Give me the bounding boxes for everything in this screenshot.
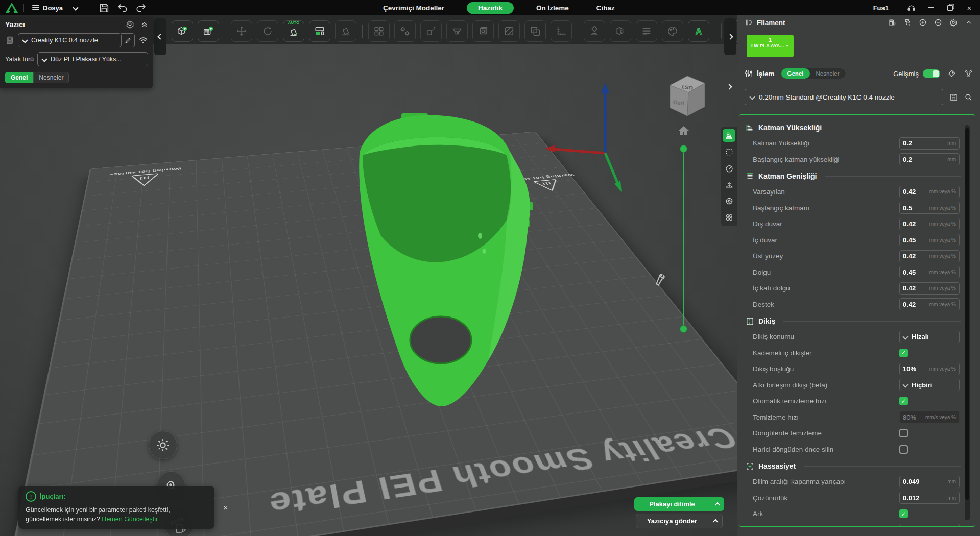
nav-tab-cihaz[interactable]: Cihaz (591, 3, 620, 13)
collapse-panel-icon[interactable] (140, 20, 148, 28)
setting-input[interactable]: 0.45mm veya % (899, 266, 960, 278)
process-tab-genel[interactable]: Genel (781, 68, 810, 79)
precision-icon (746, 462, 754, 471)
setting-input[interactable]: 0.45mm veya % (899, 234, 960, 246)
setting-checkbox[interactable] (899, 445, 908, 454)
category-tab-others[interactable] (723, 211, 735, 224)
setting-label: Dikiş boşluğu (753, 365, 899, 373)
spool-device-icon[interactable] (888, 18, 896, 27)
redo-icon[interactable] (135, 3, 146, 13)
setting-select[interactable]: Hiçbiri (899, 379, 960, 391)
category-tab-strength[interactable] (723, 145, 735, 158)
setting-checkbox[interactable]: ✓ (899, 349, 908, 357)
tab-nesneler[interactable]: Nesneler (33, 72, 69, 83)
process-tab-nesneler[interactable]: Nesneler (810, 68, 846, 79)
minimize-button[interactable] (925, 2, 936, 13)
printer-settings-icon[interactable] (126, 20, 134, 29)
nav-tab-hazırlık[interactable]: Hazırlık (467, 2, 514, 14)
setting-row: Otomatik temizleme hızı✓ (746, 393, 961, 409)
remove-icon[interactable] (934, 18, 942, 27)
input-unit: mm veya % (929, 366, 956, 372)
process-preset-select[interactable]: 0.20mm Standard @Creality K1C 0.4 nozzle (745, 89, 943, 105)
advanced-toggle[interactable] (923, 69, 940, 78)
restore-button[interactable] (944, 2, 955, 13)
setting-input[interactable]: 0.42mm veya % (899, 282, 960, 295)
nav-tab-ön-i̇zleme[interactable]: Ön İzleme (531, 3, 574, 13)
category-tab-speed[interactable] (723, 162, 735, 175)
setting-checkbox[interactable]: ✓ (899, 509, 908, 518)
arrange-button[interactable] (309, 20, 330, 42)
support-headset-icon[interactable] (905, 2, 917, 13)
settings-category-strip (721, 127, 737, 226)
filament-panel-title: Filament (757, 19, 888, 27)
setting-input[interactable]: 10%mm veya % (899, 363, 960, 375)
setting-input[interactable]: 0.42mm veya % (899, 298, 960, 310)
axis-gizmo (539, 71, 631, 194)
home-view-button[interactable] (677, 125, 690, 137)
expand-panel-arrow[interactable] (727, 82, 731, 91)
send-to-printer-button[interactable]: Yazıcıya gönder (636, 514, 723, 528)
slice-plate-button[interactable]: Plakayı dilimle (634, 497, 724, 511)
filter-icon[interactable] (947, 69, 956, 78)
edit-printer-button[interactable] (121, 33, 135, 47)
setting-label: Başlangıç katmanı (753, 204, 899, 212)
paint-tool-button (662, 20, 683, 42)
slider-handle-top[interactable] (680, 145, 687, 153)
tab-genel[interactable]: Genel (5, 72, 33, 83)
close-button[interactable]: × (964, 2, 975, 13)
setting-select[interactable]: Hizalı (899, 331, 960, 343)
setting-input[interactable]: 0.42mm veya % (899, 250, 960, 262)
search-preset-icon[interactable] (964, 93, 973, 102)
setting-input[interactable]: 0.012mm (899, 492, 960, 504)
category-tab-support[interactable] (723, 178, 735, 191)
nav-tab-çevrimiçi-modeller[interactable]: Çevrimiçi Modeller (378, 3, 449, 13)
setting-checkbox[interactable] (899, 429, 908, 437)
filament-slot-chip[interactable]: 1 LW PLA AYA...▼ (747, 35, 794, 57)
printer-select[interactable]: Creality K1C 0.4 nozzle (18, 33, 122, 47)
settings-scrollbar[interactable] (965, 125, 970, 520)
letter-a-button[interactable]: A (688, 20, 709, 42)
save-preset-icon[interactable] (949, 93, 958, 102)
auto-orient-button[interactable]: AUTO (283, 20, 304, 42)
setting-checkbox[interactable]: ✓ (899, 397, 908, 405)
category-tab-cooling[interactable] (723, 194, 735, 207)
setting-input[interactable]: 0.42mm veya % (899, 186, 960, 198)
move-button (231, 20, 252, 42)
save-icon[interactable] (99, 3, 109, 13)
clipping-slider[interactable] (682, 148, 685, 330)
file-menu[interactable]: Dosya (29, 4, 81, 12)
input-unit: mm (947, 157, 956, 162)
category-tab-quality[interactable] (723, 129, 735, 142)
setting-input[interactable]: 0.42mm veya % (899, 218, 960, 230)
settings-icon[interactable] (949, 18, 958, 27)
wifi-icon[interactable] (138, 36, 148, 44)
model-3d-object[interactable] (327, 102, 552, 419)
dye-icon[interactable] (903, 18, 912, 27)
close-icon[interactable]: × (223, 503, 228, 512)
add-plate-button[interactable] (198, 20, 219, 42)
add-model-button[interactable] (172, 20, 193, 42)
setting-input[interactable]: 0.2mm (899, 153, 960, 165)
setting-input[interactable]: 0.049mm (899, 476, 960, 488)
bed-type-select[interactable]: Düz PEI Plakası / Yüks... (37, 52, 148, 66)
collapse-right-toolbar[interactable] (724, 18, 736, 55)
compare-params-icon[interactable] (964, 69, 973, 78)
section-title: Katman Genişliği (758, 172, 817, 180)
3d-viewport[interactable]: Warning hot surface Warning hot surface … (0, 15, 737, 536)
collapse-up-icon[interactable] (965, 18, 973, 27)
setting-input[interactable]: 0mm (899, 524, 960, 527)
user-account[interactable]: Fus1 (873, 4, 889, 12)
viewport-settings-button[interactable] (149, 431, 177, 459)
send-options-chevron[interactable] (708, 514, 722, 528)
setting-input[interactable]: 0.5mm veya % (899, 202, 960, 214)
collapse-left-toolbar[interactable] (154, 18, 166, 55)
view-cube[interactable]: ÜST Geri (664, 69, 710, 122)
svg-text:A: A (696, 27, 702, 36)
update-now-link[interactable]: Hemen Güncelleştir (102, 516, 158, 523)
slice-options-chevron[interactable] (710, 497, 724, 511)
undo-icon[interactable] (117, 3, 127, 13)
add-icon[interactable] (919, 18, 927, 27)
slider-handle-bottom[interactable] (680, 325, 687, 333)
setting-input[interactable]: 0.2mm (899, 137, 960, 150)
select-value: Hizalı (912, 333, 929, 340)
